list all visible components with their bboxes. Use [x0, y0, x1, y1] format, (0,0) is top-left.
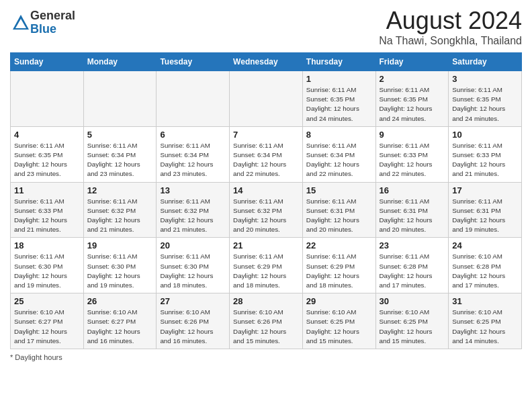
day-info: Sunrise: 6:11 AM Sunset: 6:34 PM Dayligh…: [233, 141, 299, 179]
calendar-cell: 10Sunrise: 6:11 AM Sunset: 6:33 PM Dayli…: [449, 126, 522, 182]
day-info: Sunrise: 6:11 AM Sunset: 6:34 PM Dayligh…: [87, 141, 153, 179]
calendar-week-row: 4Sunrise: 6:11 AM Sunset: 6:35 PM Daylig…: [11, 126, 522, 182]
day-info: Sunrise: 6:10 AM Sunset: 6:27 PM Dayligh…: [14, 308, 80, 346]
day-number: 8: [306, 130, 372, 140]
day-number: 7: [233, 130, 299, 140]
calendar-cell: 3Sunrise: 6:11 AM Sunset: 6:35 PM Daylig…: [449, 71, 522, 127]
day-info: Sunrise: 6:11 AM Sunset: 6:30 PM Dayligh…: [160, 252, 226, 290]
day-number: 30: [380, 296, 445, 306]
calendar-cell: 14Sunrise: 6:11 AM Sunset: 6:32 PM Dayli…: [230, 182, 303, 238]
day-number: 29: [306, 296, 372, 306]
day-info: Sunrise: 6:10 AM Sunset: 6:25 PM Dayligh…: [306, 308, 372, 346]
day-number: 25: [14, 296, 80, 306]
day-info: Sunrise: 6:11 AM Sunset: 6:31 PM Dayligh…: [380, 197, 445, 235]
calendar-cell: 6Sunrise: 6:11 AM Sunset: 6:34 PM Daylig…: [157, 126, 230, 182]
day-info: Sunrise: 6:11 AM Sunset: 6:32 PM Dayligh…: [160, 197, 226, 235]
calendar-cell: 9Sunrise: 6:11 AM Sunset: 6:33 PM Daylig…: [375, 126, 449, 182]
day-number: 26: [87, 296, 153, 306]
calendar-cell: 25Sunrise: 6:10 AM Sunset: 6:27 PM Dayli…: [11, 293, 84, 349]
calendar-cell: 8Sunrise: 6:11 AM Sunset: 6:34 PM Daylig…: [302, 126, 375, 182]
logo-icon: [11, 13, 30, 32]
header: General Blue August 2024 Na Thawi, Songk…: [10, 7, 522, 47]
day-info: Sunrise: 6:11 AM Sunset: 6:35 PM Dayligh…: [14, 141, 80, 179]
day-info: Sunrise: 6:11 AM Sunset: 6:35 PM Dayligh…: [452, 85, 518, 124]
calendar-cell: 20Sunrise: 6:11 AM Sunset: 6:30 PM Dayli…: [157, 238, 230, 293]
calendar-cell: 1Sunrise: 6:11 AM Sunset: 6:35 PM Daylig…: [302, 71, 375, 127]
day-number: 9: [380, 130, 445, 140]
weekday-header-sunday: Sunday: [11, 53, 84, 71]
day-info: Sunrise: 6:11 AM Sunset: 6:33 PM Dayligh…: [380, 141, 445, 179]
day-info: Sunrise: 6:11 AM Sunset: 6:30 PM Dayligh…: [87, 252, 153, 290]
day-number: 24: [452, 240, 518, 250]
logo-general-text: General: [30, 9, 75, 23]
day-info: Sunrise: 6:11 AM Sunset: 6:29 PM Dayligh…: [306, 252, 372, 290]
logo-blue-text: Blue: [30, 23, 75, 36]
calendar-table: SundayMondayTuesdayWednesdayThursdayFrid…: [10, 52, 522, 349]
title-area: August 2024 Na Thawi, Songkhla, Thailand: [379, 7, 522, 47]
day-number: 27: [160, 296, 226, 306]
day-info: Sunrise: 6:11 AM Sunset: 6:34 PM Dayligh…: [160, 141, 226, 179]
day-number: 14: [233, 185, 299, 195]
calendar-cell: 27Sunrise: 6:10 AM Sunset: 6:26 PM Dayli…: [157, 293, 230, 349]
calendar-cell: 30Sunrise: 6:10 AM Sunset: 6:25 PM Dayli…: [375, 293, 449, 349]
location: Na Thawi, Songkhla, Thailand: [379, 35, 522, 47]
calendar-cell: 17Sunrise: 6:11 AM Sunset: 6:31 PM Dayli…: [449, 182, 522, 238]
calendar-cell: 12Sunrise: 6:11 AM Sunset: 6:32 PM Dayli…: [83, 182, 157, 238]
day-info: Sunrise: 6:11 AM Sunset: 6:32 PM Dayligh…: [87, 197, 153, 235]
day-number: 10: [452, 130, 518, 140]
day-number: 12: [87, 185, 153, 195]
footer-note: * Daylight hours: [10, 353, 522, 361]
day-info: Sunrise: 6:11 AM Sunset: 6:31 PM Dayligh…: [306, 197, 372, 235]
calendar-cell: 15Sunrise: 6:11 AM Sunset: 6:31 PM Dayli…: [302, 182, 375, 238]
day-info: Sunrise: 6:10 AM Sunset: 6:26 PM Dayligh…: [160, 308, 226, 346]
day-number: 3: [452, 74, 518, 84]
calendar-cell: [157, 71, 230, 127]
calendar-cell: 24Sunrise: 6:10 AM Sunset: 6:28 PM Dayli…: [449, 238, 522, 293]
calendar-cell: 19Sunrise: 6:11 AM Sunset: 6:30 PM Dayli…: [83, 238, 157, 293]
day-info: Sunrise: 6:11 AM Sunset: 6:33 PM Dayligh…: [452, 141, 518, 179]
day-info: Sunrise: 6:10 AM Sunset: 6:25 PM Dayligh…: [452, 308, 518, 346]
day-number: 2: [380, 74, 445, 84]
calendar-cell: 21Sunrise: 6:11 AM Sunset: 6:29 PM Dayli…: [230, 238, 303, 293]
day-number: 16: [380, 185, 445, 195]
day-number: 18: [14, 240, 80, 250]
calendar-cell: 22Sunrise: 6:11 AM Sunset: 6:29 PM Dayli…: [302, 238, 375, 293]
day-number: 17: [452, 185, 518, 195]
weekday-header-thursday: Thursday: [302, 53, 375, 71]
month-year: August 2024: [379, 7, 522, 35]
calendar-cell: 13Sunrise: 6:11 AM Sunset: 6:32 PM Dayli…: [157, 182, 230, 238]
day-number: 1: [306, 74, 372, 84]
calendar-cell: [230, 71, 303, 127]
day-info: Sunrise: 6:10 AM Sunset: 6:27 PM Dayligh…: [87, 308, 153, 346]
daylight-hours-label: Daylight hours: [15, 353, 62, 361]
calendar-week-row: 18Sunrise: 6:11 AM Sunset: 6:30 PM Dayli…: [11, 238, 522, 293]
calendar-cell: 7Sunrise: 6:11 AM Sunset: 6:34 PM Daylig…: [230, 126, 303, 182]
day-info: Sunrise: 6:11 AM Sunset: 6:32 PM Dayligh…: [233, 197, 299, 235]
calendar-week-row: 11Sunrise: 6:11 AM Sunset: 6:33 PM Dayli…: [11, 182, 522, 238]
calendar-cell: 23Sunrise: 6:11 AM Sunset: 6:28 PM Dayli…: [375, 238, 449, 293]
day-number: 6: [160, 130, 226, 140]
calendar-cell: [11, 71, 84, 127]
day-number: 20: [160, 240, 226, 250]
calendar-week-row: 25Sunrise: 6:10 AM Sunset: 6:27 PM Dayli…: [11, 293, 522, 349]
day-info: Sunrise: 6:11 AM Sunset: 6:33 PM Dayligh…: [14, 197, 80, 235]
calendar-cell: 11Sunrise: 6:11 AM Sunset: 6:33 PM Dayli…: [11, 182, 84, 238]
day-info: Sunrise: 6:11 AM Sunset: 6:31 PM Dayligh…: [452, 197, 518, 235]
calendar-cell: 16Sunrise: 6:11 AM Sunset: 6:31 PM Dayli…: [375, 182, 449, 238]
calendar-cell: 4Sunrise: 6:11 AM Sunset: 6:35 PM Daylig…: [11, 126, 84, 182]
calendar-cell: [83, 71, 157, 127]
day-number: 15: [306, 185, 372, 195]
weekday-header-saturday: Saturday: [449, 53, 522, 71]
day-number: 4: [14, 130, 80, 140]
calendar-cell: 26Sunrise: 6:10 AM Sunset: 6:27 PM Dayli…: [83, 293, 157, 349]
day-number: 22: [306, 240, 372, 250]
weekday-header-wednesday: Wednesday: [230, 53, 303, 71]
day-number: 23: [380, 240, 445, 250]
day-number: 13: [160, 185, 226, 195]
day-info: Sunrise: 6:10 AM Sunset: 6:26 PM Dayligh…: [233, 308, 299, 346]
day-info: Sunrise: 6:10 AM Sunset: 6:25 PM Dayligh…: [380, 308, 445, 346]
day-number: 21: [233, 240, 299, 250]
calendar-cell: 28Sunrise: 6:10 AM Sunset: 6:26 PM Dayli…: [230, 293, 303, 349]
calendar-cell: 29Sunrise: 6:10 AM Sunset: 6:25 PM Dayli…: [302, 293, 375, 349]
day-number: 5: [87, 130, 153, 140]
